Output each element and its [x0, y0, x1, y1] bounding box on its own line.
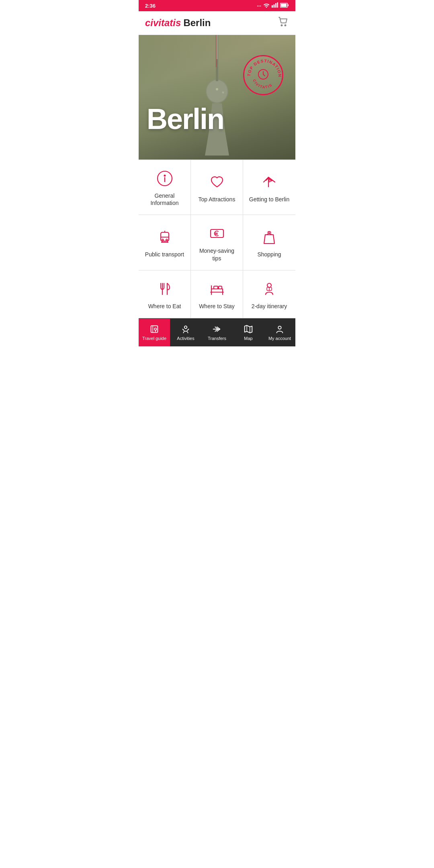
battery-icon	[280, 3, 289, 9]
svg-point-48	[278, 326, 281, 329]
svg-rect-12	[217, 35, 218, 59]
nav-my-account[interactable]: My account	[264, 319, 295, 346]
info-circle-icon	[156, 170, 174, 187]
svg-point-15	[222, 92, 224, 94]
menu-label-public-transport: Public transport	[145, 251, 184, 258]
shopping-bag-icon	[260, 228, 278, 246]
svg-point-45	[184, 326, 187, 329]
svg-point-24	[162, 239, 164, 241]
svg-rect-6	[288, 4, 289, 6]
cellular-icon	[272, 2, 278, 9]
menu-item-shopping[interactable]: Shopping	[243, 215, 295, 270]
menu-item-money-saving[interactable]: Money-saving tips	[191, 215, 243, 270]
menu-item-public-transport[interactable]: Public transport	[139, 215, 191, 270]
hero-city-name: Berlin	[147, 102, 224, 135]
signal-icon: ···	[257, 3, 261, 9]
status-time: 2:36	[145, 3, 156, 9]
wifi-icon	[263, 2, 270, 9]
hero-section: Berlin TOP DESTINATIONS CIVITATIS	[139, 35, 295, 160]
menu-item-itinerary[interactable]: 2-day itinerary	[243, 270, 295, 318]
svg-point-8	[285, 25, 286, 26]
nav-transfers-label: Transfers	[208, 336, 226, 341]
nav-map[interactable]: Map	[233, 319, 264, 346]
nav-transfers[interactable]: Transfers	[201, 319, 233, 346]
menu-label-top-attractions: Top Attractions	[199, 196, 235, 203]
person-map-icon	[260, 280, 278, 298]
berlin-tower-icon	[185, 35, 249, 160]
nav-my-account-label: My account	[268, 336, 291, 341]
menu-item-top-attractions[interactable]: Top Attractions	[191, 160, 243, 215]
svg-rect-5	[281, 4, 287, 7]
svg-point-10	[207, 80, 227, 102]
nav-travel-guide-label: Travel guide	[142, 336, 166, 341]
bed-icon	[208, 280, 226, 298]
logo: civitatis Berlin	[145, 17, 211, 29]
status-bar: 2:36 ···	[139, 0, 295, 11]
transfers-icon	[212, 324, 222, 334]
menu-item-where-to-eat[interactable]: Where to Eat	[139, 270, 191, 318]
svg-point-40	[267, 283, 271, 287]
bottom-navigation: Travel guide Activities Transfers Map	[139, 318, 295, 346]
svg-text:TOP DESTINATIONS: TOP DESTINATIONS	[244, 56, 282, 78]
map-book-icon	[149, 324, 160, 334]
svg-point-14	[216, 88, 218, 90]
menu-label-where-to-stay: Where to Stay	[199, 303, 235, 310]
menu-label-shopping: Shopping	[257, 251, 281, 258]
svg-text:CIVITATIS: CIVITATIS	[252, 79, 273, 89]
svg-point-33	[268, 231, 270, 233]
svg-rect-0	[272, 5, 273, 8]
heart-icon	[208, 173, 226, 191]
menu-grid: GeneralInformation Top Attractions Getti…	[139, 160, 295, 318]
status-icons: ···	[257, 2, 289, 9]
svg-rect-13	[216, 35, 217, 67]
menu-label-general-information: GeneralInformation	[150, 192, 178, 207]
cart-button[interactable]	[278, 16, 289, 30]
svg-point-21	[164, 175, 165, 176]
nav-activities[interactable]: Activities	[170, 319, 201, 346]
svg-rect-2	[275, 3, 276, 8]
menu-item-getting-to-berlin[interactable]: Getting to Berlin	[243, 160, 295, 215]
menu-item-general-information[interactable]: GeneralInformation	[139, 160, 191, 215]
nav-activities-label: Activities	[177, 336, 194, 341]
svg-rect-1	[274, 4, 275, 8]
svg-point-7	[281, 25, 283, 26]
euro-card-icon	[208, 225, 226, 242]
nav-travel-guide[interactable]: Travel guide	[139, 319, 170, 346]
menu-label-money-saving: Money-saving tips	[195, 247, 239, 262]
svg-rect-3	[277, 2, 278, 8]
activities-icon	[180, 324, 191, 334]
logo-city: Berlin	[183, 17, 211, 29]
menu-label-itinerary: 2-day itinerary	[252, 303, 287, 310]
menu-label-where-to-eat: Where to Eat	[148, 303, 181, 310]
directions-icon	[260, 173, 278, 191]
map-icon	[243, 324, 254, 334]
app-header: civitatis Berlin	[139, 11, 295, 35]
fork-knife-icon	[156, 280, 174, 298]
person-account-icon	[274, 324, 285, 334]
nav-map-label: Map	[244, 336, 252, 341]
menu-label-getting-to-berlin: Getting to Berlin	[249, 196, 289, 203]
logo-civitatis: civitatis	[145, 17, 181, 29]
menu-item-where-to-stay[interactable]: Where to Stay	[191, 270, 243, 318]
top-destinations-stamp: TOP DESTINATIONS CIVITATIS	[243, 55, 283, 95]
train-icon	[156, 228, 174, 246]
svg-point-25	[166, 239, 168, 241]
